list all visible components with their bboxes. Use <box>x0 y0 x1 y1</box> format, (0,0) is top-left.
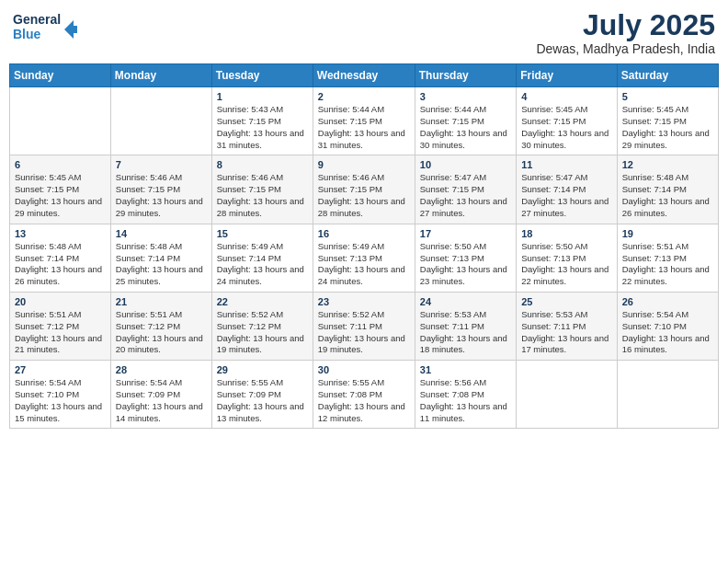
calendar-cell: 17Sunrise: 5:50 AM Sunset: 7:13 PM Dayli… <box>415 224 516 292</box>
calendar-cell <box>517 361 618 429</box>
calendar-cell: 29Sunrise: 5:55 AM Sunset: 7:09 PM Dayli… <box>211 361 313 429</box>
month-year-title: July 2025 <box>536 9 715 41</box>
day-detail: Sunrise: 5:55 AM Sunset: 7:09 PM Dayligh… <box>217 377 308 424</box>
day-number: 7 <box>116 159 207 170</box>
calendar-cell: 1Sunrise: 5:43 AM Sunset: 7:15 PM Daylig… <box>211 87 313 155</box>
day-number: 16 <box>318 228 410 239</box>
day-detail: Sunrise: 5:44 AM Sunset: 7:15 PM Dayligh… <box>318 104 410 151</box>
day-number: 28 <box>116 364 207 375</box>
day-number: 23 <box>318 296 410 307</box>
day-detail: Sunrise: 5:48 AM Sunset: 7:14 PM Dayligh… <box>622 172 713 219</box>
calendar-cell: 31Sunrise: 5:56 AM Sunset: 7:08 PM Dayli… <box>415 361 516 429</box>
calendar-cell <box>110 87 211 155</box>
calendar-cell: 12Sunrise: 5:48 AM Sunset: 7:14 PM Dayli… <box>617 155 718 224</box>
day-number: 3 <box>420 91 511 102</box>
day-number: 4 <box>521 91 612 102</box>
day-number: 5 <box>622 91 713 102</box>
day-number: 25 <box>521 296 612 307</box>
calendar-cell: 11Sunrise: 5:47 AM Sunset: 7:14 PM Dayli… <box>517 155 618 224</box>
day-number: 24 <box>420 296 511 307</box>
day-detail: Sunrise: 5:54 AM Sunset: 7:10 PM Dayligh… <box>622 309 713 356</box>
day-detail: Sunrise: 5:50 AM Sunset: 7:13 PM Dayligh… <box>420 241 511 288</box>
location-subtitle: Dewas, Madhya Pradesh, India <box>536 41 715 56</box>
calendar-cell: 24Sunrise: 5:53 AM Sunset: 7:11 PM Dayli… <box>415 292 516 360</box>
day-number: 14 <box>116 228 207 239</box>
day-detail: Sunrise: 5:47 AM Sunset: 7:15 PM Dayligh… <box>420 172 511 219</box>
calendar-cell: 28Sunrise: 5:54 AM Sunset: 7:09 PM Dayli… <box>110 361 211 429</box>
day-detail: Sunrise: 5:45 AM Sunset: 7:15 PM Dayligh… <box>15 172 106 219</box>
calendar-cell: 25Sunrise: 5:53 AM Sunset: 7:11 PM Dayli… <box>517 292 618 360</box>
day-number: 15 <box>217 228 308 239</box>
svg-text:General: General <box>13 12 61 27</box>
day-detail: Sunrise: 5:48 AM Sunset: 7:14 PM Dayligh… <box>15 241 106 288</box>
day-number: 18 <box>521 228 612 239</box>
day-number: 26 <box>622 296 713 307</box>
day-number: 10 <box>420 159 511 170</box>
calendar-cell: 13Sunrise: 5:48 AM Sunset: 7:14 PM Dayli… <box>10 224 111 292</box>
calendar-cell: 6Sunrise: 5:45 AM Sunset: 7:15 PM Daylig… <box>10 155 111 224</box>
day-detail: Sunrise: 5:49 AM Sunset: 7:14 PM Dayligh… <box>217 241 308 288</box>
title-block: July 2025 Dewas, Madhya Pradesh, India <box>536 9 715 56</box>
day-number: 9 <box>318 159 410 170</box>
calendar-cell: 3Sunrise: 5:44 AM Sunset: 7:15 PM Daylig… <box>415 87 516 155</box>
day-detail: Sunrise: 5:51 AM Sunset: 7:13 PM Dayligh… <box>622 241 713 288</box>
weekday-header: Wednesday <box>313 64 415 87</box>
day-number: 8 <box>217 159 308 170</box>
calendar-cell: 10Sunrise: 5:47 AM Sunset: 7:15 PM Dayli… <box>415 155 516 224</box>
calendar-cell: 19Sunrise: 5:51 AM Sunset: 7:13 PM Dayli… <box>617 224 718 292</box>
calendar-cell: 4Sunrise: 5:45 AM Sunset: 7:15 PM Daylig… <box>517 87 618 155</box>
day-number: 1 <box>217 91 308 102</box>
calendar-week-row: 13Sunrise: 5:48 AM Sunset: 7:14 PM Dayli… <box>10 224 719 292</box>
calendar-cell: 8Sunrise: 5:46 AM Sunset: 7:15 PM Daylig… <box>211 155 313 224</box>
day-detail: Sunrise: 5:48 AM Sunset: 7:14 PM Dayligh… <box>116 241 207 288</box>
day-detail: Sunrise: 5:50 AM Sunset: 7:13 PM Dayligh… <box>521 241 612 288</box>
day-number: 17 <box>420 228 511 239</box>
day-number: 22 <box>217 296 308 307</box>
day-detail: Sunrise: 5:49 AM Sunset: 7:13 PM Dayligh… <box>318 241 410 288</box>
weekday-header: Saturday <box>617 64 718 87</box>
weekday-header: Thursday <box>415 64 516 87</box>
day-number: 11 <box>521 159 612 170</box>
day-detail: Sunrise: 5:43 AM Sunset: 7:15 PM Dayligh… <box>217 104 308 151</box>
calendar-week-row: 20Sunrise: 5:51 AM Sunset: 7:12 PM Dayli… <box>10 292 719 360</box>
day-detail: Sunrise: 5:44 AM Sunset: 7:15 PM Dayligh… <box>420 104 511 151</box>
day-detail: Sunrise: 5:55 AM Sunset: 7:08 PM Dayligh… <box>318 377 410 424</box>
logo: GeneralBlue <box>13 9 77 42</box>
day-number: 31 <box>420 364 511 375</box>
day-detail: Sunrise: 5:51 AM Sunset: 7:12 PM Dayligh… <box>15 309 106 356</box>
day-detail: Sunrise: 5:46 AM Sunset: 7:15 PM Dayligh… <box>116 172 207 219</box>
svg-text:Blue: Blue <box>13 27 41 41</box>
calendar-cell: 14Sunrise: 5:48 AM Sunset: 7:14 PM Dayli… <box>110 224 211 292</box>
day-detail: Sunrise: 5:45 AM Sunset: 7:15 PM Dayligh… <box>622 104 713 151</box>
calendar-cell: 20Sunrise: 5:51 AM Sunset: 7:12 PM Dayli… <box>10 292 111 360</box>
day-number: 27 <box>15 364 106 375</box>
calendar-cell: 16Sunrise: 5:49 AM Sunset: 7:13 PM Dayli… <box>313 224 415 292</box>
day-number: 20 <box>15 296 106 307</box>
weekday-header: Sunday <box>10 64 111 87</box>
day-detail: Sunrise: 5:52 AM Sunset: 7:11 PM Dayligh… <box>318 309 410 356</box>
day-detail: Sunrise: 5:54 AM Sunset: 7:09 PM Dayligh… <box>116 377 207 424</box>
day-number: 30 <box>318 364 410 375</box>
weekday-header-row: SundayMondayTuesdayWednesdayThursdayFrid… <box>10 64 719 87</box>
calendar-week-row: 27Sunrise: 5:54 AM Sunset: 7:10 PM Dayli… <box>10 361 719 429</box>
weekday-header: Friday <box>517 64 618 87</box>
weekday-header: Tuesday <box>211 64 313 87</box>
day-detail: Sunrise: 5:45 AM Sunset: 7:15 PM Dayligh… <box>521 104 612 151</box>
day-number: 29 <box>217 364 308 375</box>
calendar-cell: 15Sunrise: 5:49 AM Sunset: 7:14 PM Dayli… <box>211 224 313 292</box>
day-detail: Sunrise: 5:53 AM Sunset: 7:11 PM Dayligh… <box>521 309 612 356</box>
day-detail: Sunrise: 5:54 AM Sunset: 7:10 PM Dayligh… <box>15 377 106 424</box>
calendar-cell: 22Sunrise: 5:52 AM Sunset: 7:12 PM Dayli… <box>211 292 313 360</box>
day-detail: Sunrise: 5:47 AM Sunset: 7:14 PM Dayligh… <box>521 172 612 219</box>
calendar-cell: 9Sunrise: 5:46 AM Sunset: 7:15 PM Daylig… <box>313 155 415 224</box>
calendar-cell: 26Sunrise: 5:54 AM Sunset: 7:10 PM Dayli… <box>617 292 718 360</box>
day-detail: Sunrise: 5:52 AM Sunset: 7:12 PM Dayligh… <box>217 309 308 356</box>
calendar-cell: 7Sunrise: 5:46 AM Sunset: 7:15 PM Daylig… <box>110 155 211 224</box>
day-detail: Sunrise: 5:51 AM Sunset: 7:12 PM Dayligh… <box>116 309 207 356</box>
page-header: GeneralBlue July 2025 Dewas, Madhya Prad… <box>9 9 719 56</box>
day-number: 21 <box>116 296 207 307</box>
calendar-cell: 27Sunrise: 5:54 AM Sunset: 7:10 PM Dayli… <box>10 361 111 429</box>
calendar-cell: 30Sunrise: 5:55 AM Sunset: 7:08 PM Dayli… <box>313 361 415 429</box>
day-detail: Sunrise: 5:53 AM Sunset: 7:11 PM Dayligh… <box>420 309 511 356</box>
calendar-cell: 23Sunrise: 5:52 AM Sunset: 7:11 PM Dayli… <box>313 292 415 360</box>
